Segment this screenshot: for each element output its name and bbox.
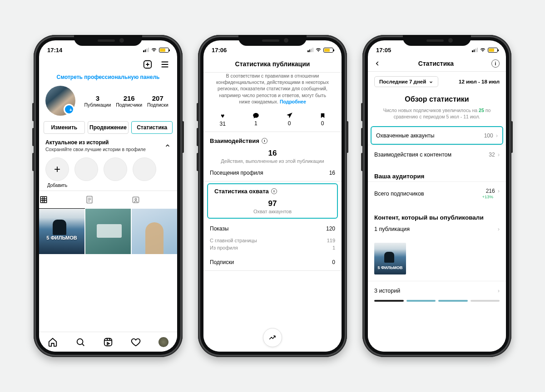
grid-icon [39,195,48,204]
post-thumbnail[interactable]: 5 ФИЛЬМОВ [39,209,84,254]
stat-followers[interactable]: 216 Подписчики [116,94,142,108]
info-icon[interactable]: i [491,59,500,68]
pro-dashboard-link[interactable]: Смотреть профессиональную панель [39,72,177,86]
nav-reels-icon[interactable] [103,337,113,347]
row-total-followers[interactable]: Всего подписчиков 216 › +13% [368,181,506,205]
hamburger-menu-icon[interactable] [160,59,170,69]
likes-count: 31 [219,121,225,127]
info-icon[interactable]: i [271,188,277,194]
row-stories[interactable]: 3 историй › [368,281,506,300]
heart-icon: ♥ [219,112,225,119]
story-placeholder [104,157,127,181]
reach-header: Статистика охвата [214,188,269,195]
signal-icon [472,48,478,52]
stat-followers-value: 216 [116,94,142,102]
add-story-label: Добавить [45,183,69,188]
date-range-dropdown[interactable]: Последние 7 дней [374,76,438,87]
status-time: 17:14 [47,47,62,54]
story-placeholder [74,157,98,181]
reach-count: 97 [208,199,337,208]
comment-icon [253,112,259,119]
page-title: Статистика публикации [203,57,342,72]
chevron-right-icon: › [496,132,498,139]
metric-shares: 0 [286,112,293,127]
total-followers-value: 216 [486,188,495,194]
row-content-interactions[interactable]: Взаимодействия с контентом 32› [368,145,506,164]
impressions-value: 120 [326,225,335,232]
statistics-button[interactable]: Статистика [131,121,173,134]
followers-delta: +13% [482,195,493,199]
highlights-subtitle: Сохраняйте свои лучшие истории в профиле [45,147,146,152]
edit-profile-button[interactable]: Изменить [44,121,85,134]
stories-progress-bars [368,300,506,305]
nav-profile-avatar[interactable] [159,337,168,347]
from-home-value: 119 [327,238,335,243]
tab-guides[interactable] [85,191,131,209]
tab-grid[interactable] [39,191,85,209]
battery-icon [488,48,498,53]
add-story-highlight[interactable]: + [45,157,69,181]
metric-comments: 1 [253,112,259,127]
content-interactions-label: Взаимодействия с контентом [374,152,451,158]
interactions-header: Взаимодействия [210,137,259,144]
follows-value: 0 [332,259,335,265]
nav-activity-icon[interactable] [131,337,141,347]
new-post-icon[interactable] [143,59,153,69]
svg-point-5 [77,338,83,344]
learn-more-link[interactable]: Подробнее [280,99,306,104]
follows-label: Подписки [210,259,234,265]
wifi-icon [315,48,322,52]
row-accounts-reached[interactable]: Охваченные аккаунты 100› [371,126,503,145]
privacy-disclaimer: В соответствии с правилами в отношении к… [203,73,342,109]
notch [403,35,471,46]
tile-caption: 5 ФИЛЬМОВ [46,235,77,240]
status-time: 17:05 [376,47,391,54]
reach-stats-highlighted: Статистика охвата i 97 Охват аккаунтов [207,183,338,219]
back-icon[interactable] [374,60,381,67]
promote-fab[interactable] [263,328,282,347]
phone-mockup-insights-overview: 17:05 Статистика i Последние 7 дней 12 и… [362,35,511,357]
post-thumbnail[interactable] [132,209,177,254]
stat-posts[interactable]: 3 Публикации [84,94,111,108]
svg-point-4 [135,198,137,200]
info-icon[interactable]: i [262,138,268,144]
nav-home-icon[interactable] [48,337,58,347]
accounts-reached-label: Охваченные аккаунты [376,132,435,139]
stat-following-label: Подписки [147,102,168,108]
interactions-caption: Действия, выполненные из этой публикации [203,158,342,164]
row-publications[interactable]: 1 публикация › [368,223,506,238]
content-section-title: Контент, который вы опубликовали [368,205,506,223]
content-thumbnail[interactable]: 5 ФИЛЬМОВ [374,243,406,274]
publications-count: 1 публикация [374,226,410,232]
signal-icon [143,48,149,52]
stat-following[interactable]: 207 Подписки [147,94,168,108]
promote-button[interactable]: Продвижение [88,121,129,134]
story-placeholder [133,157,156,181]
audience-section-title: Ваша аудитория [368,164,506,181]
post-thumbnail[interactable] [85,209,131,254]
status-time: 17:06 [212,47,227,54]
highlights-title: Актуальное из историй [45,139,146,146]
stat-followers-label: Подписчики [116,102,142,108]
stat-following-value: 207 [147,94,168,102]
saves-count: 0 [320,120,326,127]
chevron-up-icon[interactable] [164,142,171,149]
battery-icon [323,48,333,53]
page-title: Статистика [418,60,454,67]
tab-tagged[interactable] [131,191,177,209]
bookmark-icon [320,112,326,119]
nav-search-icon[interactable] [75,337,85,347]
stat-posts-value: 3 [84,94,111,102]
accounts-reached-value: 100 [484,132,493,139]
svg-rect-6 [104,338,112,346]
stories-count: 3 историй [374,288,400,294]
metric-saves: 0 [320,112,326,127]
trend-up-icon [268,333,277,342]
from-profile-value: 1 [332,245,335,250]
overview-title: Обзор статистики [368,93,506,107]
profile-avatar[interactable]: + [45,86,75,116]
svg-rect-1 [40,196,46,202]
chevron-right-icon: › [498,151,500,158]
signal-icon [307,48,313,52]
stat-posts-label: Публикации [84,102,111,108]
